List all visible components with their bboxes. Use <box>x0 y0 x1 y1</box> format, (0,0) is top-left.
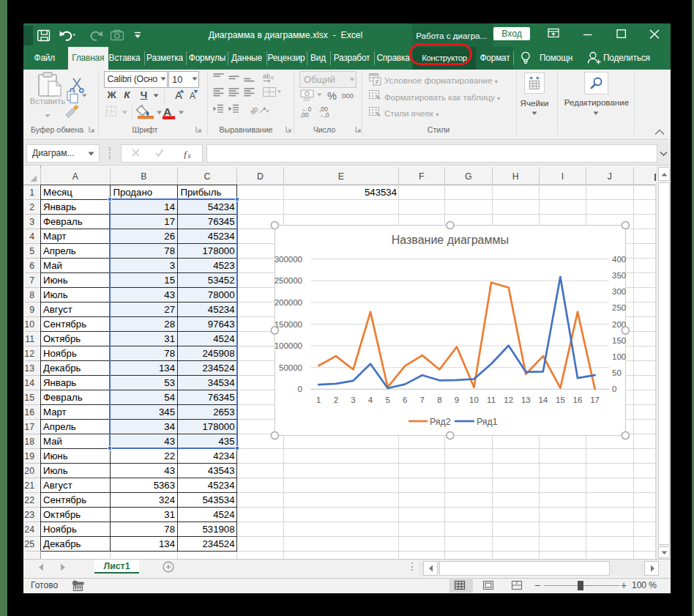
svg-text:13: 13 <box>521 396 531 404</box>
svg-text:1: 1 <box>316 396 321 404</box>
svg-text:12: 12 <box>504 396 513 404</box>
svg-text:250: 250 <box>612 303 626 312</box>
svg-text:2: 2 <box>334 396 338 404</box>
svg-text:300: 300 <box>612 287 626 296</box>
svg-text:5: 5 <box>385 396 389 404</box>
svg-text:14: 14 <box>538 396 548 404</box>
svg-text:7: 7 <box>420 396 425 404</box>
svg-text:17: 17 <box>590 396 600 404</box>
svg-text:Ряд1: Ряд1 <box>477 417 498 427</box>
svg-text:3: 3 <box>351 396 355 404</box>
svg-text:0: 0 <box>298 385 302 393</box>
svg-text:Ряд2: Ряд2 <box>430 417 451 427</box>
svg-text:9: 9 <box>455 396 459 404</box>
svg-text:15: 15 <box>556 396 565 404</box>
svg-text:11: 11 <box>487 396 496 404</box>
svg-text:100000: 100000 <box>275 341 302 350</box>
svg-text:4: 4 <box>368 396 373 404</box>
svg-text:300000: 300000 <box>275 255 302 264</box>
svg-text:10: 10 <box>469 396 479 404</box>
svg-text:50: 50 <box>612 368 622 377</box>
svg-text:16: 16 <box>573 396 583 404</box>
svg-text:150: 150 <box>612 336 626 345</box>
svg-text:150000: 150000 <box>275 320 302 329</box>
svg-text:0: 0 <box>612 385 616 393</box>
svg-text:Название диаграммы: Название диаграммы <box>392 234 509 246</box>
svg-text:250000: 250000 <box>275 276 302 285</box>
svg-text:100: 100 <box>612 352 626 361</box>
svg-text:6: 6 <box>403 396 407 404</box>
svg-text:350: 350 <box>612 271 626 280</box>
svg-text:50000: 50000 <box>279 363 302 372</box>
svg-text:400: 400 <box>612 255 626 264</box>
svg-text:8: 8 <box>437 396 441 404</box>
svg-text:200000: 200000 <box>275 298 302 307</box>
